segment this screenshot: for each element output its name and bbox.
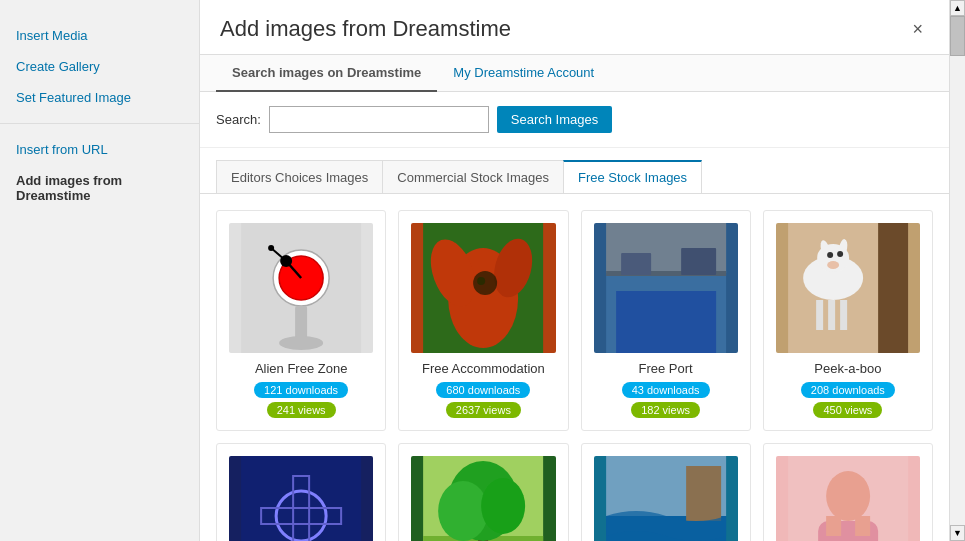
image-thumbnail: [776, 456, 920, 541]
svg-rect-19: [621, 253, 651, 275]
image-thumbnail: [411, 456, 555, 541]
image-card[interactable]: Free Port43 downloads182 views: [581, 210, 751, 431]
tab-my-account[interactable]: My Dreamstime Account: [437, 55, 610, 92]
scrollbar-track[interactable]: [950, 16, 965, 525]
svg-rect-33: [241, 456, 361, 541]
svg-point-28: [837, 251, 843, 257]
tab-free-stock[interactable]: Free Stock Images: [563, 160, 702, 193]
svg-point-8: [279, 336, 323, 350]
tab-editors-choices[interactable]: Editors Choices Images: [216, 160, 383, 193]
image-thumbnail: [229, 456, 373, 541]
search-button[interactable]: Search Images: [497, 106, 612, 133]
image-card[interactable]: [216, 443, 386, 541]
images-area: Alien Free Zone121 downloads241 views Fr…: [200, 194, 949, 541]
svg-rect-51: [855, 516, 870, 536]
views-badge: 182 views: [631, 402, 700, 418]
svg-rect-7: [295, 306, 307, 341]
svg-point-27: [827, 252, 833, 258]
category-tabs: Editors Choices Images Commercial Stock …: [200, 148, 949, 194]
svg-point-29: [827, 261, 839, 269]
sidebar-item-create-gallery[interactable]: Create Gallery: [0, 51, 199, 82]
image-title: Peek-a-boo: [814, 361, 881, 376]
svg-rect-46: [686, 466, 721, 521]
svg-point-48: [826, 471, 870, 521]
image-title: Alien Free Zone: [255, 361, 348, 376]
search-input[interactable]: [269, 106, 489, 133]
svg-point-14: [477, 277, 485, 285]
downloads-badge: 208 downloads: [801, 382, 895, 398]
image-thumbnail: [229, 223, 373, 353]
scrollbar-thumb[interactable]: [950, 16, 965, 56]
downloads-badge: 121 downloads: [254, 382, 348, 398]
views-badge: 450 views: [813, 402, 882, 418]
sidebar-item-insert-from-url[interactable]: Insert from URL: [0, 134, 199, 165]
svg-point-42: [481, 478, 525, 534]
main-tabs: Search images on Dreamstime My Dreamstim…: [200, 55, 949, 92]
image-card[interactable]: [763, 443, 933, 541]
tab-commercial-stock[interactable]: Commercial Stock Images: [382, 160, 564, 193]
main-header: Add images from Dreamstime ×: [200, 0, 949, 55]
image-card[interactable]: Peek-a-boo208 downloads450 views: [763, 210, 933, 431]
views-badge: 241 views: [267, 402, 336, 418]
scroll-up-button[interactable]: ▲: [950, 0, 965, 16]
sidebar-divider: [0, 123, 199, 124]
svg-rect-20: [681, 248, 716, 275]
sidebar-item-insert-media[interactable]: Insert Media: [0, 20, 199, 51]
svg-point-6: [268, 245, 274, 251]
views-badge: 2637 views: [446, 402, 521, 418]
svg-rect-22: [878, 223, 908, 353]
search-area: Search: Search Images: [200, 92, 949, 148]
scrollbar[interactable]: ▲ ▼: [949, 0, 965, 541]
sidebar-item-set-featured-image[interactable]: Set Featured Image: [0, 82, 199, 113]
page-title: Add images from Dreamstime: [220, 16, 511, 42]
image-card[interactable]: [581, 443, 751, 541]
svg-rect-32: [840, 300, 847, 330]
svg-rect-50: [826, 516, 841, 536]
svg-rect-31: [828, 300, 835, 330]
svg-point-41: [438, 481, 488, 541]
downloads-badge: 680 downloads: [436, 382, 530, 398]
sidebar-item-add-images-dreamstime[interactable]: Add images from Dreamstime: [0, 165, 199, 211]
image-thumbnail: [594, 456, 738, 541]
svg-point-13: [473, 271, 497, 295]
search-label: Search:: [216, 112, 261, 127]
image-thumbnail: [411, 223, 555, 353]
image-card[interactable]: [398, 443, 568, 541]
close-button[interactable]: ×: [906, 18, 929, 40]
image-title: Free Accommodation: [422, 361, 545, 376]
image-thumbnail: [594, 223, 738, 353]
svg-rect-18: [616, 291, 716, 353]
image-card[interactable]: Free Accommodation680 downloads2637 view…: [398, 210, 568, 431]
image-title: Free Port: [639, 361, 693, 376]
main-content: Add images from Dreamstime × Search imag…: [200, 0, 949, 541]
image-card[interactable]: Alien Free Zone121 downloads241 views: [216, 210, 386, 431]
svg-rect-30: [816, 300, 823, 330]
tab-search-dreamstime[interactable]: Search images on Dreamstime: [216, 55, 437, 92]
images-grid: Alien Free Zone121 downloads241 views Fr…: [216, 210, 933, 541]
image-thumbnail: [776, 223, 920, 353]
scroll-down-button[interactable]: ▼: [950, 525, 965, 541]
sidebar: Insert Media Create Gallery Set Featured…: [0, 0, 200, 541]
downloads-badge: 43 downloads: [622, 382, 710, 398]
